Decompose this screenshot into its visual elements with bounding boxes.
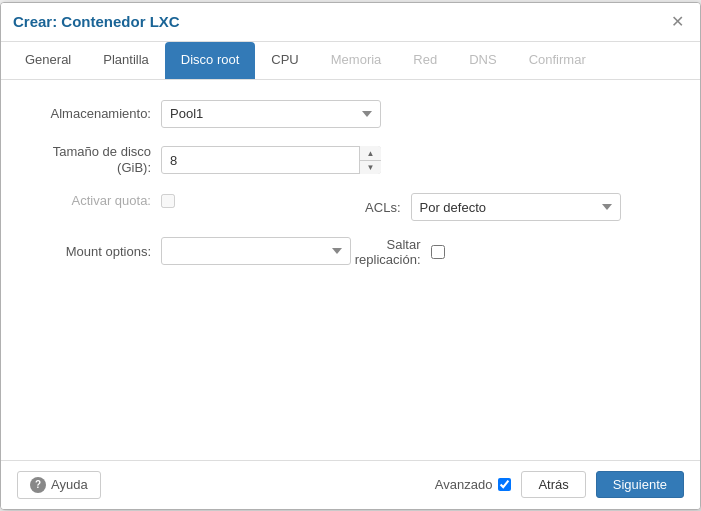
tamano-row: Tamaño de disco(GiB): ▲ ▼ bbox=[21, 144, 680, 178]
dialog-title: Crear: Contenedor LXC bbox=[13, 13, 180, 30]
acls-select[interactable]: Por defecto Activar Desactivar bbox=[411, 193, 621, 221]
tab-dns: DNS bbox=[453, 42, 512, 79]
almacenamiento-select-wrap: Pool1 local local-lvm bbox=[161, 100, 381, 128]
acls-label: ACLs: bbox=[351, 200, 411, 215]
activar-quota-label: Activar quota: bbox=[21, 193, 161, 208]
tab-disco-root[interactable]: Disco root bbox=[165, 42, 256, 79]
saltar-col: Saltarreplicación: bbox=[351, 237, 681, 267]
tamano-decrement[interactable]: ▼ bbox=[360, 161, 381, 175]
dialog-footer: ? Ayuda Avanzado Atrás Siguiente bbox=[1, 460, 700, 509]
advanced-checkbox[interactable] bbox=[498, 478, 511, 491]
advanced-label: Avanzado bbox=[435, 477, 493, 492]
tab-cpu[interactable]: CPU bbox=[255, 42, 314, 79]
help-label: Ayuda bbox=[51, 477, 88, 492]
almacenamiento-row: Almacenamiento: Pool1 local local-lvm bbox=[21, 100, 680, 128]
mount-options-select[interactable] bbox=[161, 237, 351, 265]
tamano-input-wrap: ▲ ▼ bbox=[161, 146, 381, 174]
mount-saltar-row: Mount options: Saltarreplicación: bbox=[21, 237, 680, 267]
dialog-body: Almacenamiento: Pool1 local local-lvm Ta… bbox=[1, 80, 700, 460]
back-button[interactable]: Atrás bbox=[521, 471, 585, 498]
tab-plantilla[interactable]: Plantilla bbox=[87, 42, 165, 79]
saltar-replicacion-checkbox[interactable] bbox=[431, 245, 445, 259]
footer-left: ? Ayuda bbox=[17, 471, 101, 499]
mount-options-col: Mount options: bbox=[21, 237, 351, 265]
almacenamiento-label: Almacenamiento: bbox=[21, 106, 161, 121]
activar-quota-checkbox-wrap bbox=[161, 194, 175, 208]
mount-options-label: Mount options: bbox=[21, 244, 161, 259]
tamano-increment[interactable]: ▲ bbox=[360, 146, 381, 161]
next-button[interactable]: Siguiente bbox=[596, 471, 684, 498]
dialog-header: Crear: Contenedor LXC ✕ bbox=[1, 3, 700, 42]
tab-confirmar: Confirmar bbox=[513, 42, 602, 79]
create-container-dialog: Crear: Contenedor LXC ✕ General Plantill… bbox=[0, 2, 701, 510]
footer-right: Avanzado Atrás Siguiente bbox=[435, 471, 684, 498]
tamano-spinner: ▲ ▼ bbox=[359, 146, 381, 174]
tab-bar: General Plantilla Disco root CPU Memoria… bbox=[1, 42, 700, 80]
advanced-wrap: Avanzado bbox=[435, 477, 512, 492]
close-button[interactable]: ✕ bbox=[666, 11, 688, 33]
saltar-replicacion-checkbox-wrap bbox=[431, 245, 445, 259]
activar-quota-checkbox[interactable] bbox=[161, 194, 175, 208]
almacenamiento-select[interactable]: Pool1 local local-lvm bbox=[161, 100, 381, 128]
mount-options-select-wrap bbox=[161, 237, 351, 265]
tamano-label: Tamaño de disco(GiB): bbox=[21, 144, 161, 178]
tab-red: Red bbox=[397, 42, 453, 79]
quota-col: Activar quota: bbox=[21, 193, 351, 208]
tab-general[interactable]: General bbox=[9, 42, 87, 79]
question-icon: ? bbox=[30, 477, 46, 493]
quota-acls-row: Activar quota: ACLs: Por defecto Activar… bbox=[21, 193, 680, 221]
tab-memoria: Memoria bbox=[315, 42, 398, 79]
help-button[interactable]: ? Ayuda bbox=[17, 471, 101, 499]
tamano-input[interactable] bbox=[161, 146, 381, 174]
acls-col: ACLs: Por defecto Activar Desactivar bbox=[351, 193, 681, 221]
saltar-replicacion-label: Saltarreplicación: bbox=[351, 237, 431, 267]
